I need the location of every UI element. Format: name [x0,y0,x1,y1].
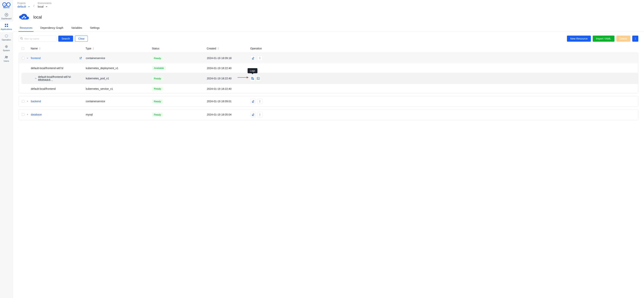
gauge-icon [4,13,8,17]
svg-point-31 [260,115,260,116]
nav-dashboard[interactable]: Dashboard [0,11,13,22]
expand-toggle[interactable] [26,57,29,59]
cell-created: 2024-01-19 18:22:40 [207,87,250,90]
row-checkbox[interactable] [22,57,24,60]
table-row: default-local/frontend-w87sl kubernetes_… [19,64,638,73]
svg-point-10 [5,56,6,57]
status-badge: Ready [152,87,163,91]
terminal-button[interactable] [256,76,260,81]
nav-label: Dashboard [1,18,12,20]
bc-projects-label: Projects [18,2,30,4]
svg-point-27 [260,101,260,102]
svg-point-18 [635,39,636,40]
col-status: Status [152,47,207,50]
row-checkbox[interactable] [22,100,24,102]
status-badge: Ready [152,56,163,60]
table-header: Name▲▼ Type▲▼ Status Created▲▼ Operation [18,44,638,53]
new-resource-button[interactable]: New Resource [567,36,591,42]
cell-type: kubernetes_service_v1 [86,87,152,90]
svg-point-9 [6,46,7,47]
import-yaml-button[interactable]: Import YAML [593,36,614,42]
row-checkbox[interactable] [22,113,24,116]
col-created[interactable]: Created▲▼ [207,47,250,50]
nav-label: Operation [2,38,11,41]
brand-text: Walrus [3,6,10,8]
resource-name-link[interactable]: database [31,113,42,116]
brand-logo[interactable]: Walrus [2,2,11,9]
resource-name-link[interactable]: backend [31,100,41,103]
table-row: database mysql Ready 2024-01-19 18:05:04 [19,109,638,120]
svg-point-17 [635,38,636,39]
svg-rect-6 [5,26,6,27]
table-group: backend containerservice Ready 2024-01-1… [18,96,638,107]
cell-created: 2024-01-19 18:22:40 [207,67,250,70]
nav-system[interactable]: System [0,43,13,54]
tab-resources[interactable]: Resources [18,24,34,32]
cell-type: kubernetes_pod_v1 [86,77,152,80]
row-more-button[interactable] [257,112,262,117]
row-more-button[interactable] [257,99,262,104]
nav-operation[interactable]: Operation [0,32,13,43]
col-operation: Operation [250,47,635,50]
edit-button[interactable] [250,99,256,104]
status-badge: Ready [152,100,163,103]
cell-type: mysql [86,113,152,116]
logs-button[interactable] [250,76,254,81]
cell-name: default-local/frontend [31,87,86,90]
col-name[interactable]: Name▲▼ [31,47,86,50]
expand-toggle[interactable] [26,100,29,102]
tab-variables[interactable]: Variables [70,24,83,32]
bc-project-select[interactable]: default [18,5,30,8]
tree-branch-icon [35,77,37,80]
svg-point-19 [260,57,260,58]
env-header: local [13,9,644,24]
edit-button[interactable] [250,112,256,117]
bc-env-select[interactable]: local [38,5,52,8]
table-row: default-local/frontend kubernetes_servic… [19,84,638,93]
table-group: database mysql Ready 2024-01-19 18:05:04 [18,109,638,120]
sort-icon: ▲▼ [92,47,94,50]
tooltip: Logs [248,68,258,73]
search-input[interactable] [18,36,56,42]
cell-created: 2024-01-19 18:05:04 [207,113,250,116]
env-icon [18,14,30,21]
cycle-icon [4,34,8,38]
delete-button[interactable]: Delete [616,36,630,42]
search-button[interactable]: Search [58,36,73,42]
nav-applications[interactable]: Applications [0,22,13,32]
sort-icon: ▲▼ [217,47,219,50]
svg-point-21 [260,59,260,59]
table-row: backend containerservice Ready 2024-01-1… [19,96,638,106]
page-title: local [33,15,42,20]
svg-point-28 [260,102,260,102]
svg-point-20 [260,58,260,58]
svg-point-26 [260,100,260,101]
bc-separator: / [34,4,34,8]
resource-name-link[interactable]: frontend [31,56,40,60]
svg-point-3 [6,14,7,15]
more-actions-button[interactable] [632,36,638,42]
expand-toggle[interactable] [26,114,29,116]
nav-label: Users [4,60,9,62]
users-icon [4,55,8,59]
edit-button[interactable] [250,56,256,61]
cell-type: kubernetes_deployment_v1 [86,67,152,70]
external-link-icon[interactable] [79,57,82,60]
nav-label: System [3,49,10,52]
nav-users[interactable]: Users [0,54,13,64]
status-badge: Ready [152,113,163,117]
checkbox-all[interactable] [22,47,24,50]
col-type[interactable]: Type▲▼ [86,47,152,50]
svg-point-16 [635,38,636,38]
bc-envs-label: Environments [38,2,52,4]
svg-point-15 [21,38,22,39]
svg-point-0 [4,4,4,5]
status-badge: Available [152,66,166,70]
tab-settings[interactable]: Settings [89,24,101,32]
toolbar: Search Clear New Resource Import YAML De… [13,32,644,44]
tab-dependency-graph[interactable]: Dependency Graph [39,24,64,32]
table-row: default-local/frontend-w87sl-6fb994dc6… … [22,73,638,84]
sidebar: Walrus Dashboard Applications Operation … [0,0,13,298]
clear-button[interactable]: Clear [75,36,88,42]
row-more-button[interactable] [257,56,262,61]
